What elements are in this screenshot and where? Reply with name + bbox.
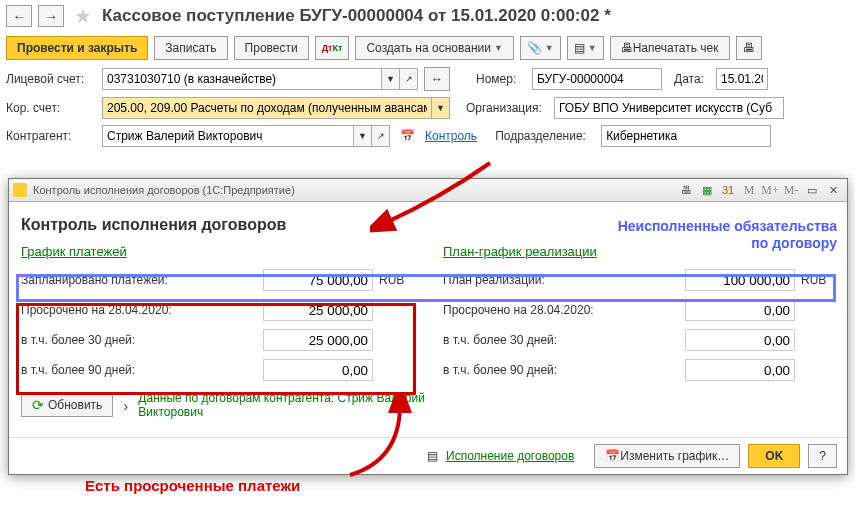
doc-icon: ▤ [574,41,585,55]
chevron-down-icon[interactable]: ▼ [382,68,400,90]
refresh-icon: ⟳ [32,397,44,413]
overdue-label: Просрочено на 28.04.2020: [21,303,263,317]
r-gt30-label: в т.ч. более 30 дней: [443,333,685,347]
planned-payments-label: Запланировано платежей: [21,273,263,287]
contract-execution-link[interactable]: Исполнение договоров [446,449,574,463]
post-button[interactable]: Провести [234,36,309,60]
mem-m-button[interactable]: M [739,181,759,199]
chevron-right-icon: › [123,397,128,414]
mem-mplus-button[interactable]: M+ [760,181,780,199]
realization-plan-title[interactable]: План-график реализации [443,244,597,259]
print-icon[interactable]: 🖶 [676,181,696,199]
calendar-icon: 📅 [605,449,620,463]
gt90-label: в т.ч. более 90 дней: [21,363,263,377]
plan-realization-unit: RUB [795,273,835,287]
chevron-down-icon: ▼ [588,43,597,53]
personal-account-input[interactable] [102,68,382,90]
gt90-value[interactable] [263,359,373,381]
change-schedule-button[interactable]: 📅 Изменить график … [594,444,740,468]
r-gt30-value[interactable] [685,329,795,351]
number-label: Номер: [476,72,526,86]
control-link[interactable]: Контроль [425,129,477,143]
app-1c-icon [13,183,27,197]
refresh-button[interactable]: ⟳Обновить [21,393,113,417]
gt30-value[interactable] [263,329,373,351]
calendar-icon[interactable]: 📅 [400,129,415,143]
chevron-down-icon: ▼ [494,43,503,53]
overdue-value[interactable] [263,299,373,321]
chevron-down-icon[interactable]: ▼ [354,125,372,147]
refresh-label: Обновить [48,398,102,412]
help-button[interactable]: ? [808,444,837,468]
change-schedule-label: Изменить график [620,449,717,463]
open-ref-button[interactable]: ↗ [400,68,418,90]
chevron-down-icon: ▼ [545,43,554,53]
org-label: Организация: [466,101,548,115]
date-label: Дата: [674,72,710,86]
counterparty-input[interactable] [102,125,354,147]
create-based-on-button[interactable]: Создать на основании▼ [355,36,513,60]
open-ref-button[interactable]: ↗ [372,125,390,147]
favorite-star-icon[interactable]: ★ [74,4,92,28]
payments-schedule-title[interactable]: График платежей [21,244,127,259]
dr-cr-button[interactable]: ДтКт [315,36,350,60]
select-button[interactable]: ↔ [424,67,450,91]
create-based-on-label: Создать на основании [366,41,491,55]
kor-account-label: Кор. счет: [6,101,96,115]
calendar-icon[interactable]: 31 [718,181,738,199]
personal-account-label: Лицевой счет: [6,72,96,86]
gt30-label: в т.ч. более 30 дней: [21,333,263,347]
planned-payments-value[interactable] [263,269,373,291]
printer-icon: 🖶 [621,41,633,55]
number-input[interactable] [532,68,662,90]
plan-realization-value[interactable] [685,269,795,291]
doc-icon: ▤ [427,449,438,463]
page-title: Кассовое поступление БУГУ-00000004 от 15… [102,6,611,26]
kor-account-input[interactable] [102,97,432,119]
planned-payments-unit: RUB [373,273,413,287]
back-button[interactable]: ← [6,5,32,27]
plan-realization-label: План реализации: [443,273,685,287]
division-input[interactable] [601,125,771,147]
grid-icon[interactable]: ▦ [697,181,717,199]
counterparty-label: Контрагент: [6,129,96,143]
r-gt90-value[interactable] [685,359,795,381]
post-and-close-button[interactable]: Провести и закрыть [6,36,148,60]
print-cheque-button[interactable]: 🖶 Напечатать чек [610,36,730,60]
forward-button[interactable]: → [38,5,64,27]
attach-button[interactable]: 📎▼ [520,36,561,60]
annotation-red: Есть просроченные платежи [85,477,300,494]
counterparty-data-text: Данные по договорам контрагента: Стриж В… [138,391,458,419]
ok-button[interactable]: OK [748,444,800,468]
dots-icon: … [717,449,729,463]
minimize-button[interactable]: ▭ [802,181,822,199]
date-input[interactable] [716,68,768,90]
save-button[interactable]: Записать [154,36,227,60]
org-input[interactable] [554,97,784,119]
fill-button[interactable]: ▤▼ [567,36,604,60]
annotation-blue: Неисполненные обязательства по договору [618,218,837,252]
clip-icon: 📎 [527,41,542,55]
print-dropdown-button[interactable]: 🖶 [736,36,762,60]
r-gt90-label: в т.ч. более 90 дней: [443,363,685,377]
modal-window-title: Контроль исполнения договоров (1С:Предпр… [33,184,295,196]
division-label: Подразделение: [495,129,595,143]
chevron-down-icon[interactable]: ▼ [432,97,450,119]
r-overdue-value[interactable] [685,299,795,321]
printer-icon: 🖶 [743,41,755,55]
print-cheque-label: Напечатать чек [633,41,719,55]
r-overdue-label: Просрочено на 28.04.2020: [443,303,685,317]
close-button[interactable]: ✕ [823,181,843,199]
mem-mminus-button[interactable]: M- [781,181,801,199]
